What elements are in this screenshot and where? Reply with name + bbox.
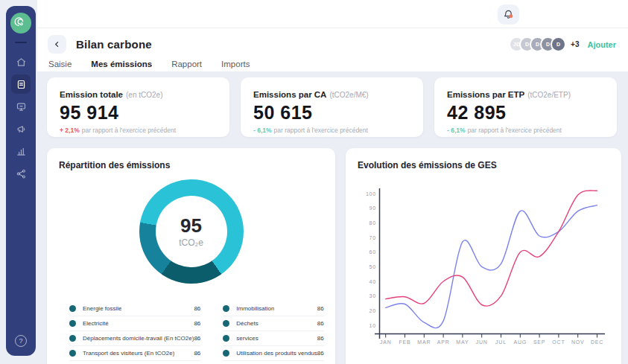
y-tick-label: 60 — [369, 249, 376, 255]
y-tick-label: 10 — [369, 323, 376, 328]
kpi-unit: (tCO2e/M€) — [329, 91, 368, 99]
legend-value: 86 — [194, 350, 200, 357]
month-label: JUL — [495, 339, 507, 345]
kpi-delta: - 6,1% — [447, 127, 466, 134]
month-label: SEP — [533, 339, 545, 345]
legend-row: Déchets86 — [223, 316, 323, 331]
sidebar-item-announcements[interactable] — [11, 119, 31, 138]
kpi-unit: (en tCO2e) — [126, 91, 162, 99]
app-root: { "sidebar": { "icons": ["home-icon", "d… — [0, 0, 628, 364]
donut-center-unit: tCO₂e — [179, 237, 203, 248]
legend-value: 86 — [194, 320, 200, 327]
line-chart-title: Evolution des émissions de GES — [358, 160, 609, 170]
kpi-delta: - 6,1% — [253, 127, 272, 134]
legend-bullet-icon — [223, 305, 229, 312]
legend-value: 86 — [317, 335, 324, 342]
legend-bullet-icon — [69, 350, 76, 357]
sidebar-item-analytics[interactable] — [11, 141, 31, 161]
hierarchy-icon — [16, 168, 27, 179]
app-logo[interactable] — [10, 13, 31, 33]
sidebar-item-home[interactable] — [11, 52, 31, 71]
kpi-title: Emission totale — [60, 90, 123, 99]
sidebar-item-screen[interactable] — [11, 97, 31, 116]
legend-row: Energie fossile86 — [69, 301, 200, 316]
legend-label: Immobilisation — [236, 305, 274, 312]
donut-chart-title: Répartition des émissions — [59, 160, 323, 170]
donut-chart: 95 tCO₂e — [139, 179, 244, 284]
document-icon — [16, 79, 27, 90]
legend-row: Electricité86 — [69, 316, 200, 331]
legend-value: 86 — [194, 335, 200, 342]
kpi-unit: (tCO2e/ETP) — [527, 91, 571, 99]
legend-label: Déplacements domicile-travail (En tCO2e) — [83, 335, 194, 342]
month-label: JAN — [380, 339, 392, 345]
y-tick-label: 100 — [366, 191, 376, 197]
legend-value: 86 — [194, 305, 200, 312]
charts-row: Répartition des émissions 95 tCO₂e Energ… — [47, 148, 617, 364]
kpi-delta-text: par rapport à l'exercice précédent — [468, 127, 562, 134]
donut-center-value: 95 — [180, 216, 202, 235]
line-chart: 100908070605040302010JANFEBMARAPRMAYJUNJ… — [358, 179, 609, 352]
legend-row: Utilisation des produits vendus86 — [223, 346, 323, 361]
help-icon[interactable]: ? — [15, 335, 27, 347]
sidebar-item-documents[interactable] — [11, 74, 31, 94]
legend-label: Déchets — [236, 320, 258, 327]
month-label: FEB — [399, 339, 410, 345]
sidebar: ? — [6, 6, 36, 356]
add-member-button[interactable]: Ajouter — [588, 40, 617, 49]
donut-legend: Energie fossile86Electricité86Déplacemen… — [69, 301, 313, 364]
legend-label: Electricité — [83, 320, 109, 327]
chevron-left-icon — [53, 40, 61, 48]
donut-center: 95 tCO₂e — [156, 196, 227, 267]
legend-label: services — [236, 335, 258, 342]
month-label: APR — [437, 339, 450, 345]
legend-label: Transport des visiteurs (En tCO2e) — [83, 350, 174, 357]
kpi-title: Emissions par ETP — [447, 90, 524, 99]
legend-bullet-icon — [223, 335, 229, 342]
y-tick-label: 40 — [369, 279, 376, 284]
sidebar-divider — [15, 42, 27, 43]
legend-bullet-icon — [69, 305, 76, 312]
legend-label: Utilisation des produits vendus — [236, 350, 317, 357]
legend-value: 86 — [317, 305, 324, 312]
megaphone-icon — [16, 124, 27, 135]
y-tick-label: 70 — [369, 235, 376, 240]
month-label: JUN — [476, 339, 488, 345]
sidebar-item-hierarchy[interactable] — [11, 164, 31, 183]
avatar-group: JDDDDD — [509, 36, 566, 52]
y-tick-label: 80 — [369, 220, 376, 226]
evolution-card: Evolution des émissions de GES 100908070… — [346, 148, 621, 364]
notifications-button[interactable] — [498, 4, 519, 25]
y-tick-label: 20 — [369, 308, 376, 313]
notification-dot — [509, 14, 513, 18]
screen-icon — [16, 101, 27, 112]
home-icon — [16, 57, 27, 68]
y-tick-label: 30 — [369, 293, 376, 298]
legend-value: 86 — [317, 320, 324, 327]
bell-icon — [502, 8, 515, 21]
legend-row: Déplacements domicile-travail (En tCO2e)… — [69, 331, 200, 346]
spiral-logo-icon — [14, 16, 28, 30]
back-button[interactable] — [48, 35, 66, 54]
legend-bullet-icon — [223, 350, 229, 357]
kpi-row: Emission totale(en tCO2e) 95 914 + 2,1%p… — [47, 77, 617, 137]
legend-row: services86 — [223, 331, 323, 346]
kpi-title: Emissions par CA — [253, 90, 326, 99]
kpi-card-emission-totale: Emission totale(en tCO2e) 95 914 + 2,1%p… — [47, 77, 229, 137]
y-tick-label: 50 — [369, 264, 376, 269]
y-tick-label: 90 — [369, 205, 376, 211]
series-line-pink — [386, 191, 597, 306]
legend-row: Transport des visiteurs (En tCO2e)86 — [69, 346, 200, 361]
legend-row: Déplacements professionnels (En tCO2e)86 — [69, 361, 200, 364]
kpi-value: 42 895 — [447, 103, 604, 122]
legend-bullet-icon — [69, 320, 76, 327]
kpi-delta-text: par rapport à l'exercice précédent — [82, 127, 176, 134]
series-line-blue — [386, 205, 597, 328]
kpi-card-emissions-par-ca: Emissions par CA(tCO2e/M€) 50 615 - 6,1%… — [241, 77, 423, 137]
repartition-card: Répartition des émissions 95 tCO₂e Energ… — [47, 148, 335, 364]
avatar[interactable]: D — [551, 36, 566, 52]
page-header: Bilan carbone JDDDDD +3 Ajouter Saisie M… — [37, 28, 628, 71]
month-label: OCT — [552, 339, 565, 345]
legend-bullet-icon — [223, 320, 229, 327]
kpi-card-emissions-par-etp: Emissions par ETP(tCO2e/ETP) 42 895 - 6,… — [434, 77, 617, 137]
